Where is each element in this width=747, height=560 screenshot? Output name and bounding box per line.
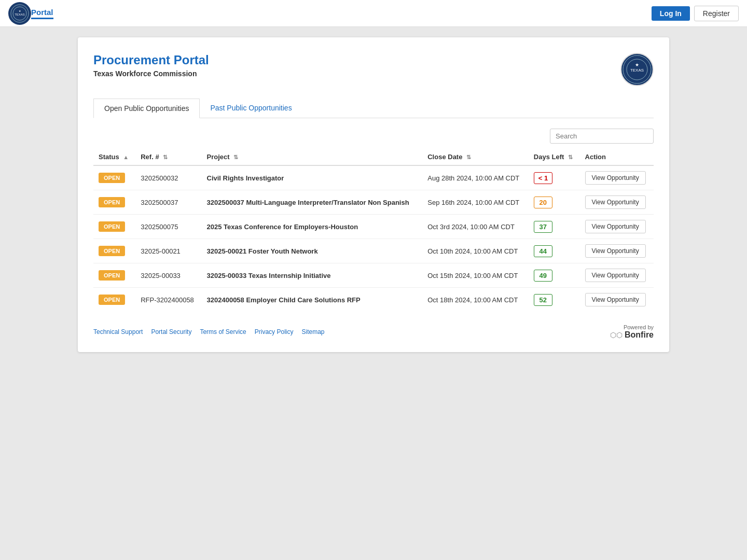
table-row: OPEN 32025-00033 32025-00033 Texas Inter… <box>93 263 654 288</box>
powered-by: Powered by ⬡⬡ Bonfire <box>610 324 654 340</box>
opportunities-table: Status ▲ Ref. # ⇅ Project ⇅ Close Date ⇅… <box>93 149 654 312</box>
days-badge-4: 49 <box>534 270 552 282</box>
cell-action-5: View Opportunity <box>580 288 654 312</box>
table-row: OPEN 3202500032 Civil Rights Investigato… <box>93 165 654 190</box>
cell-ref-0: 3202500032 <box>135 165 201 190</box>
page-footer: Technical Support Portal Security Terms … <box>93 324 654 340</box>
portal-subtitle: Texas Workforce Commission <box>93 69 209 78</box>
svg-text:TEXAS: TEXAS <box>15 13 25 16</box>
status-badge-3: OPEN <box>99 246 125 256</box>
cell-close-date-0: Aug 28th 2024, 10:00 AM CDT <box>422 165 529 190</box>
footer-link-sitemap[interactable]: Sitemap <box>301 328 324 335</box>
cell-status-5: OPEN <box>93 288 135 312</box>
cell-status-0: OPEN <box>93 165 135 190</box>
cell-days-4: 49 <box>529 263 580 288</box>
login-button[interactable]: Log In <box>652 6 690 21</box>
powered-by-label: Powered by <box>610 324 654 330</box>
days-badge-5: 52 <box>534 294 552 306</box>
svg-text:TEXAS: TEXAS <box>630 68 644 73</box>
cell-project-4: 32025-00033 Texas Internship Initiative <box>202 263 423 288</box>
cell-close-date-1: Sep 16th 2024, 10:00 AM CDT <box>422 190 529 215</box>
search-row <box>93 129 654 144</box>
portal-logo: TEXAS ★ <box>620 53 654 86</box>
tabs: Open Public Opportunities Past Public Op… <box>93 99 654 118</box>
cell-action-4: View Opportunity <box>580 263 654 288</box>
cell-action-0: View Opportunity <box>580 165 654 190</box>
col-days-left[interactable]: Days Left ⇅ <box>529 149 580 165</box>
days-badge-1: 20 <box>534 197 552 208</box>
sort-days-icon: ⇅ <box>568 154 573 161</box>
portal-header-text: Procurement Portal Texas Workforce Commi… <box>93 53 209 78</box>
cell-action-3: View Opportunity <box>580 239 654 263</box>
days-badge-0: < 1 <box>534 172 552 184</box>
footer-link-privacy[interactable]: Privacy Policy <box>255 328 294 335</box>
table-row: OPEN 3202500037 3202500037 Multi-Languag… <box>93 190 654 215</box>
col-action: Action <box>580 149 654 165</box>
view-opportunity-button-4[interactable]: View Opportunity <box>585 269 646 282</box>
svg-text:★: ★ <box>635 62 639 67</box>
register-button[interactable]: Register <box>694 6 739 21</box>
cell-action-1: View Opportunity <box>580 190 654 215</box>
cell-close-date-2: Oct 3rd 2024, 10:00 AM CDT <box>422 215 529 239</box>
view-opportunity-button-5[interactable]: View Opportunity <box>585 293 646 306</box>
col-ref[interactable]: Ref. # ⇅ <box>135 149 201 165</box>
cell-status-4: OPEN <box>93 263 135 288</box>
view-opportunity-button-0[interactable]: View Opportunity <box>585 171 646 185</box>
cell-status-1: OPEN <box>93 190 135 215</box>
table-row: OPEN 32025-00021 32025-00021 Foster Yout… <box>93 239 654 263</box>
search-input[interactable] <box>550 129 654 144</box>
cell-days-5: 52 <box>529 288 580 312</box>
cell-action-2: View Opportunity <box>580 215 654 239</box>
cell-close-date-3: Oct 10th 2024, 10:00 AM CDT <box>422 239 529 263</box>
footer-link-portal-security[interactable]: Portal Security <box>151 328 191 335</box>
status-badge-4: OPEN <box>99 270 125 281</box>
portal-header: Procurement Portal Texas Workforce Commi… <box>93 53 654 86</box>
cell-ref-1: 3202500037 <box>135 190 201 215</box>
cell-close-date-4: Oct 15th 2024, 10:00 AM CDT <box>422 263 529 288</box>
cell-project-5: 3202400058 Employer Child Care Solutions… <box>202 288 423 312</box>
bonfire-brand: Bonfire <box>625 330 654 340</box>
col-project[interactable]: Project ⇅ <box>202 149 423 165</box>
view-opportunity-button-3[interactable]: View Opportunity <box>585 244 646 258</box>
table-row: OPEN RFP-3202400058 3202400058 Employer … <box>93 288 654 312</box>
sort-status-icon: ▲ <box>123 154 129 160</box>
cell-project-1: 3202500037 Multi-Language Interpreter/Tr… <box>202 190 423 215</box>
cell-days-3: 44 <box>529 239 580 263</box>
main-container: Procurement Portal Texas Workforce Commi… <box>78 37 669 352</box>
nav-logo: TEXAS ★ <box>8 2 31 25</box>
sort-project-icon: ⇅ <box>233 154 238 161</box>
cell-days-0: < 1 <box>529 165 580 190</box>
cell-days-2: 37 <box>529 215 580 239</box>
cell-project-3: 32025-00021 Foster Youth Network <box>202 239 423 263</box>
cell-close-date-5: Oct 18th 2024, 10:00 AM CDT <box>422 288 529 312</box>
table-header-row: Status ▲ Ref. # ⇅ Project ⇅ Close Date ⇅… <box>93 149 654 165</box>
tab-open-opportunities[interactable]: Open Public Opportunities <box>93 99 200 118</box>
status-badge-5: OPEN <box>99 295 125 305</box>
view-opportunity-button-1[interactable]: View Opportunity <box>585 195 646 209</box>
footer-link-terms[interactable]: Terms of Service <box>200 328 246 335</box>
cell-status-3: OPEN <box>93 239 135 263</box>
portal-nav-link[interactable]: Portal <box>31 8 53 19</box>
cell-ref-2: 3202500075 <box>135 215 201 239</box>
status-badge-2: OPEN <box>99 221 125 232</box>
footer-link-technical-support[interactable]: Technical Support <box>93 328 143 335</box>
portal-title: Procurement Portal <box>93 53 209 67</box>
table-row: OPEN 3202500075 2025 Texas Conference fo… <box>93 215 654 239</box>
sort-ref-icon: ⇅ <box>163 154 168 161</box>
cell-project-2: 2025 Texas Conference for Employers-Hous… <box>202 215 423 239</box>
col-status[interactable]: Status ▲ <box>93 149 135 165</box>
cell-ref-5: RFP-3202400058 <box>135 288 201 312</box>
days-badge-3: 44 <box>534 245 552 257</box>
col-close-date[interactable]: Close Date ⇅ <box>422 149 529 165</box>
cell-ref-3: 32025-00021 <box>135 239 201 263</box>
cell-project-0: Civil Rights Investigator <box>202 165 423 190</box>
footer-links: Technical Support Portal Security Terms … <box>93 328 325 335</box>
days-badge-2: 37 <box>534 221 552 233</box>
view-opportunity-button-2[interactable]: View Opportunity <box>585 220 646 233</box>
cell-ref-4: 32025-00033 <box>135 263 201 288</box>
cell-days-1: 20 <box>529 190 580 215</box>
top-navigation: TEXAS ★ Portal Log In Register <box>0 0 747 27</box>
cell-status-2: OPEN <box>93 215 135 239</box>
tab-past-opportunities[interactable]: Past Public Opportunities <box>200 99 302 118</box>
status-badge-1: OPEN <box>99 197 125 207</box>
